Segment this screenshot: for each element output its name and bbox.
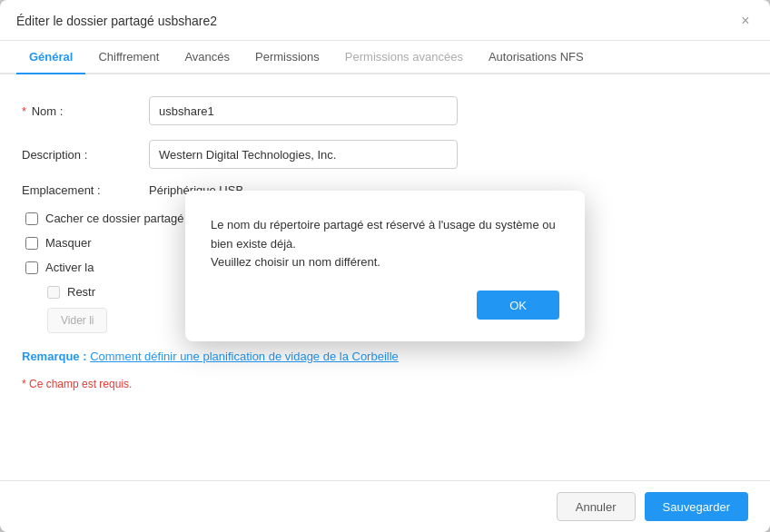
alert-ok-button[interactable]: OK: [477, 291, 559, 320]
backdrop: Éditer le dossier partagé usbshare2 × Gé…: [0, 0, 770, 532]
alert-message: Le nom du répertoire partagé est réservé…: [211, 216, 559, 272]
alert-footer: OK: [211, 291, 559, 320]
alert-dialog: Le nom du répertoire partagé est réservé…: [185, 191, 585, 341]
alert-overlay: Le nom du répertoire partagé est réservé…: [0, 0, 770, 532]
